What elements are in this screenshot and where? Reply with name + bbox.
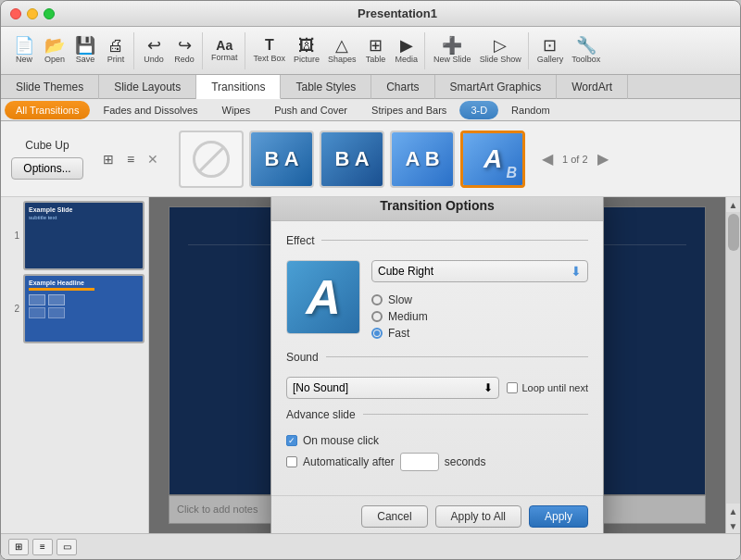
scroll-down-arrow-1[interactable]: ▲	[726, 504, 741, 518]
toolbox-button[interactable]: 🔧 Toolbox	[568, 35, 604, 66]
loop-checkbox[interactable]	[507, 382, 518, 393]
effect-header: Effect	[286, 234, 588, 255]
transition-thumb-1[interactable]: B A	[249, 131, 314, 188]
picture-button[interactable]: 🖼 Picture	[290, 35, 323, 66]
transition-thumb-2[interactable]: B A	[320, 131, 384, 188]
on-mouse-click-row[interactable]: ✓ On mouse click	[286, 434, 588, 447]
slide-row-2: 2 Example Headline	[5, 274, 144, 343]
dialog-overlay: Transition Options Effect A	[149, 197, 725, 533]
close-button[interactable]	[10, 8, 21, 19]
next-arrow[interactable]: ▶	[592, 148, 614, 170]
subtab-all-transitions[interactable]: All Transitions	[5, 101, 90, 119]
tab-wordart[interactable]: WordArt	[557, 75, 628, 99]
slideshow-button[interactable]: ▷ Slide Show	[476, 35, 525, 66]
fast-label: Fast	[388, 327, 409, 340]
auto-after-checkbox[interactable]	[286, 456, 297, 467]
subtab-3d[interactable]: 3-D	[459, 101, 498, 119]
textbox-button[interactable]: T Text Box	[250, 36, 290, 65]
thumb-label-1: B A	[264, 147, 298, 171]
close-panel-icon[interactable]: ✕	[144, 150, 162, 168]
slide-1-title: Example Slide	[29, 206, 139, 213]
scroll-up-arrow[interactable]: ▲	[726, 197, 741, 212]
normal-view-icon[interactable]: ⊞	[8, 539, 29, 555]
slide-preview-2[interactable]: Example Headline	[23, 274, 144, 343]
slide-grid-cell	[29, 294, 45, 305]
slide-2-title: Example Headline	[29, 280, 139, 286]
newslide-button[interactable]: ➕ New Slide	[430, 35, 475, 66]
effect-dropdown[interactable]: Cube Right ⬇	[371, 260, 588, 282]
textbox-label: Text Box	[254, 54, 286, 63]
apply-to-all-button[interactable]: Apply to All	[435, 505, 521, 528]
transition-thumb-3[interactable]: A B	[390, 131, 455, 188]
slide-preview-1[interactable]: Example Slide subtitle text	[23, 201, 144, 270]
advance-divider	[363, 414, 588, 415]
scroll-thumb[interactable]	[728, 214, 739, 251]
cancel-button[interactable]: Cancel	[361, 505, 427, 528]
format-label: Format	[211, 53, 238, 62]
subtab-random[interactable]: Random	[500, 101, 561, 119]
grid-view-icon[interactable]: ⊞	[99, 150, 118, 168]
undo-icon: ↩	[147, 37, 161, 54]
scroll-down-arrow-2[interactable]: ▼	[726, 518, 741, 533]
auto-after-label: Automatically after	[303, 455, 395, 468]
slideshow-view-icon[interactable]: ▭	[57, 539, 77, 555]
format-button[interactable]: Aa Format	[207, 37, 242, 64]
slide-group: ➕ New Slide ▷ Slide Show	[427, 32, 529, 69]
tab-transitions[interactable]: Transitions	[196, 75, 281, 99]
speed-fast-radio[interactable]: Fast	[371, 327, 588, 340]
auto-advance-row[interactable]: Automatically after seconds	[286, 453, 588, 471]
new-button[interactable]: 📄 New	[9, 35, 39, 66]
open-button[interactable]: 📂 Open	[40, 35, 69, 66]
media-button[interactable]: ▶ Media	[392, 35, 422, 66]
options-button[interactable]: Options...	[11, 157, 82, 180]
transition-thumb-none[interactable]	[179, 131, 244, 188]
slow-label: Slow	[388, 293, 412, 306]
redo-button[interactable]: ↪ Redo	[170, 35, 199, 66]
prev-arrow[interactable]: ◀	[536, 148, 559, 170]
scroll-track[interactable]	[726, 212, 741, 504]
subtab-stripes-bars[interactable]: Stripes and Bars	[360, 101, 458, 119]
speed-medium-radio[interactable]: Medium	[371, 310, 588, 323]
view-toggle: ⊞ ≡ ✕	[99, 150, 162, 168]
tab-table-styles[interactable]: Table Styles	[281, 75, 371, 99]
slide-1-subtitle: subtitle text	[29, 215, 139, 220]
speed-slow-radio[interactable]: Slow	[371, 293, 588, 306]
slide-grid-cell	[29, 307, 45, 318]
table-label: Table	[366, 55, 386, 64]
sound-header: Sound	[286, 351, 588, 371]
sound-dropdown[interactable]: [No Sound] ⬇	[286, 377, 499, 399]
seconds-input[interactable]	[400, 453, 439, 471]
table-button[interactable]: ⊞ Table	[361, 35, 391, 66]
tab-slide-layouts[interactable]: Slide Layouts	[99, 75, 196, 99]
advance-section: Advance slide ✓ On mouse click Automatic…	[286, 408, 588, 471]
save-label: Save	[76, 55, 95, 64]
dialog-body: Effect A Cube Right	[271, 221, 603, 495]
print-button[interactable]: 🖨 Print	[101, 35, 131, 66]
transition-thumb-4[interactable]: A B	[460, 131, 525, 188]
sound-section: Sound [No Sound] ⬇ Loop until	[286, 351, 588, 399]
shapes-button[interactable]: △ Shapes	[324, 35, 360, 66]
advance-header: Advance slide	[286, 408, 588, 429]
maximize-button[interactable]	[44, 8, 55, 19]
minimize-button[interactable]	[27, 8, 38, 19]
outline-view-icon[interactable]: ≡	[32, 539, 53, 555]
tab-smartart[interactable]: SmartArt Graphics	[435, 75, 558, 99]
list-view-icon[interactable]: ≡	[121, 150, 140, 168]
nav-arrows: ◀ 1 of 2 ▶	[536, 148, 614, 170]
subtab-fades[interactable]: Fades and Dissolves	[92, 101, 208, 119]
subtab-wipes[interactable]: Wipes	[211, 101, 262, 119]
tab-charts[interactable]: Charts	[371, 75, 434, 99]
format-group: Aa Format	[205, 32, 245, 69]
loop-row[interactable]: Loop until next	[507, 382, 588, 393]
on-mouse-click-checkbox[interactable]: ✓	[286, 435, 297, 446]
apply-button[interactable]: Apply	[529, 505, 588, 528]
tab-slide-themes[interactable]: Slide Themes	[1, 75, 99, 99]
ribbon-tabs: Slide Themes Slide Layouts Transitions T…	[1, 75, 740, 99]
current-transition-panel: Cube Up Options...	[10, 139, 84, 180]
subtab-push-cover[interactable]: Push and Cover	[263, 101, 358, 119]
save-button[interactable]: 💾 Save	[70, 35, 100, 66]
media-icon: ▶	[400, 37, 413, 54]
undo-button[interactable]: ↩ Undo	[139, 35, 169, 66]
gallery-button[interactable]: ⊡ Gallery	[534, 35, 568, 66]
gallery-icon: ⊡	[543, 37, 557, 54]
